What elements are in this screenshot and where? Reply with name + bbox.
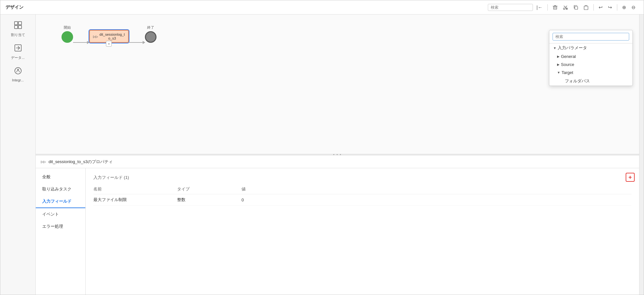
chevron-down-icon-target: ▼ [557,71,560,74]
sidebar-item-assign[interactable]: 割り当て [4,18,33,40]
toolbar-separator-1 [547,4,548,11]
start-node[interactable] [62,31,73,43]
field-name-cell: 最大ファイル制限 [93,194,177,206]
properties-panel: ▷▷ dit_sessionlog_to_s3のプロパティ 全般 取り込みタスク… [36,155,639,295]
header-toolbar: |← [488,4,637,11]
tree-item-input-params[interactable]: ▼ 入力パラメータ [549,43,632,52]
chevron-down-icon: ▼ [553,46,556,50]
nav-item-error-handling[interactable]: エラー処理 [36,220,85,233]
svg-rect-10 [18,22,22,25]
copy-button[interactable] [572,4,580,11]
tree-item-general[interactable]: ▶ General [549,52,632,60]
svg-point-15 [17,69,19,70]
sidebar-item-integr-label: Integr... [12,78,24,82]
sidebar-item-integr[interactable]: Integr... [4,64,33,85]
add-field-button[interactable]: + [626,173,635,182]
canvas-area: 開始 ▷▷ d [36,14,639,154]
svg-point-14 [15,68,21,74]
task-name: dit_sessionlog_t o_s3 [99,32,125,40]
dropdown-search-input[interactable] [553,33,629,41]
cut-button[interactable] [561,4,570,11]
svg-rect-12 [18,25,22,29]
paste-button[interactable] [582,4,590,11]
section-title: 入力フィールド (1) [93,175,631,180]
svg-rect-7 [575,6,578,9]
field-type-cell: 整数 [177,194,242,206]
undo-button[interactable]: ↩ [597,4,604,11]
header: デザイン |← [0,0,644,14]
end-label: 終了 [147,25,154,30]
tree-item-input-params-label: 入力パラメータ [558,45,587,51]
col-header-type: タイプ [177,184,242,194]
start-node-wrapper: 開始 [62,25,73,43]
svg-rect-8 [584,6,588,10]
content-area: 入力フィールド (1) 名前 タイプ 値 [86,168,639,295]
header-search-input[interactable] [488,4,533,11]
tree-item-general-label: General [561,54,576,59]
main-split: 割り当て データ... [0,14,644,295]
svg-line-6 [565,6,567,7]
parameter-dropdown: ▼ 入力パラメータ ▶ General ▶ Source [549,30,633,86]
nav-item-import-task[interactable]: 取り込みタスク [36,183,85,195]
properties-title: dit_sessionlog_to_s3のプロパティ [49,159,113,165]
tree-leaf-folder-path-label: フォルダパス [565,78,590,83]
nav-item-events[interactable]: イベント [36,208,85,220]
col-header-value: 値 [242,184,631,194]
toolbar-separator-3 [617,4,617,11]
table-row: 最大ファイル制限 整数 0 [93,194,631,206]
data-icon [14,44,22,54]
end-node[interactable] [145,31,156,43]
zoom-out-button[interactable]: ⊖ [630,4,637,11]
tree-item-target[interactable]: ▼ Target [549,69,632,77]
task-node-wrapper: ▷▷ dit_sessionlog_t o_s3 + [89,24,129,43]
nav-item-input-fields[interactable]: 入力フィールド [36,195,85,208]
app-container: デザイン |← [0,0,644,295]
right-scrollbar[interactable] [639,14,644,295]
tree-root: ▼ 入力パラメータ ▶ General ▶ Source [549,43,632,86]
svg-rect-0 [554,6,557,9]
first-page-button[interactable]: |← [535,4,544,11]
integr-icon [14,67,22,77]
tree-leaf-folder-path[interactable]: フォルダパス [549,77,632,86]
page-title: デザイン [5,5,24,10]
start-label: 開始 [64,25,71,30]
sidebar-item-assign-label: 割り当て [11,32,25,37]
col-header-name: 名前 [93,184,177,194]
task-expand-btn[interactable]: + [106,41,112,47]
properties-title-icon: ▷▷ [41,159,46,164]
svg-point-3 [564,8,565,9]
properties-body: 全般 取り込みタスク 入力フィールド イベント エラー処理 入力フィールド (1… [36,168,639,295]
tree-item-source[interactable]: ▶ Source [549,60,632,69]
sidebar-item-data[interactable]: データ... [4,41,33,63]
properties-header: ▷▷ dit_sessionlog_to_s3のプロパティ [36,155,639,168]
delete-button[interactable] [551,4,559,11]
chevron-right-icon-general: ▶ [557,55,560,58]
svg-rect-11 [14,25,18,29]
chevron-right-icon-source: ▶ [557,63,560,66]
end-node-wrapper: 終了 [145,25,156,43]
sidebar-item-data-label: データ... [11,55,24,60]
redo-button[interactable]: ↪ [606,4,614,11]
field-value-cell: 0 [242,194,631,206]
tree-item-source-label: Source [561,62,574,67]
svg-rect-9 [14,22,18,25]
dropdown-search-area [549,30,632,43]
field-table: 名前 タイプ 値 最大ファイル制限 整数 0 [93,184,631,206]
toolbar-separator-2 [593,4,594,11]
tree-item-target-label: Target [562,70,573,75]
left-sidebar: 割り当て データ... [0,14,36,295]
nav-item-general[interactable]: 全般 [36,171,85,183]
task-node[interactable]: ▷▷ dit_sessionlog_t o_s3 + [89,30,129,43]
zoom-in-button[interactable]: ⊕ [620,4,628,11]
assign-icon [14,21,22,31]
nav-sidebar: 全般 取り込みタスク 入力フィールド イベント エラー処理 [36,168,86,295]
